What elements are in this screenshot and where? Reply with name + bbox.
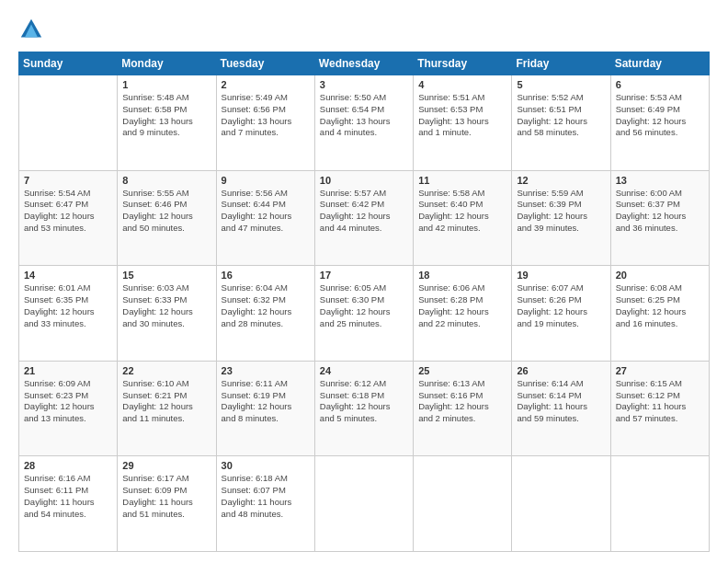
- calendar-cell: 7Sunrise: 5:54 AMSunset: 6:47 PMDaylight…: [19, 170, 118, 266]
- calendar-cell: 25Sunrise: 6:13 AMSunset: 6:16 PMDayligh…: [414, 361, 512, 456]
- calendar-cell: 22Sunrise: 6:10 AMSunset: 6:21 PMDayligh…: [118, 361, 216, 456]
- cell-info: and 4 minutes.: [320, 127, 408, 139]
- cell-info: Sunrise: 6:18 AM: [222, 473, 310, 485]
- day-number: 26: [517, 365, 605, 376]
- cell-info: Sunset: 6:11 PM: [24, 485, 112, 497]
- calendar-cell: 8Sunrise: 5:55 AMSunset: 6:46 PMDaylight…: [118, 170, 216, 266]
- cell-info: Sunset: 6:32 PM: [222, 294, 310, 306]
- cell-info: Sunrise: 6:11 AM: [222, 378, 310, 390]
- calendar-cell: 30Sunrise: 6:18 AMSunset: 6:07 PMDayligh…: [216, 456, 314, 552]
- cell-info: Sunset: 6:07 PM: [222, 485, 310, 497]
- calendar-cell: 4Sunrise: 5:51 AMSunset: 6:53 PMDaylight…: [414, 75, 512, 171]
- day-number: 15: [122, 270, 210, 281]
- calendar-cell: 3Sunrise: 5:50 AMSunset: 6:54 PMDaylight…: [314, 75, 413, 171]
- cell-info: Sunrise: 6:14 AM: [517, 378, 605, 390]
- day-number: 3: [320, 79, 408, 90]
- day-number: 2: [222, 79, 310, 90]
- cell-info: and 50 minutes.: [122, 223, 210, 235]
- page: SundayMondayTuesdayWednesdayThursdayFrid…: [0, 0, 728, 563]
- week-row-5: 28Sunrise: 6:16 AMSunset: 6:11 PMDayligh…: [19, 456, 710, 552]
- cell-info: Sunset: 6:39 PM: [517, 199, 605, 211]
- calendar-cell: 19Sunrise: 6:07 AMSunset: 6:26 PMDayligh…: [512, 266, 610, 362]
- cell-info: Sunset: 6:25 PM: [616, 294, 704, 306]
- header: [18, 17, 710, 42]
- cell-info: Sunset: 6:42 PM: [320, 199, 408, 211]
- cell-info: and 56 minutes.: [616, 127, 704, 139]
- day-number: 14: [24, 270, 112, 281]
- cell-info: Sunset: 6:51 PM: [517, 104, 605, 116]
- day-number: 11: [418, 175, 506, 186]
- day-number: 1: [122, 79, 210, 90]
- cell-info: Sunrise: 5:53 AM: [616, 92, 704, 104]
- calendar-cell: 17Sunrise: 6:05 AMSunset: 6:30 PMDayligh…: [314, 266, 413, 362]
- cell-info: Sunrise: 6:17 AM: [122, 473, 210, 485]
- cell-info: Sunrise: 5:59 AM: [517, 188, 605, 200]
- cell-info: Daylight: 12 hours: [616, 306, 704, 318]
- cell-info: Sunrise: 6:16 AM: [24, 473, 112, 485]
- day-number: 16: [222, 270, 310, 281]
- day-number: 18: [418, 270, 506, 281]
- cell-info: and 39 minutes.: [517, 223, 605, 235]
- cell-info: Sunset: 6:28 PM: [418, 294, 506, 306]
- week-row-4: 21Sunrise: 6:09 AMSunset: 6:23 PMDayligh…: [19, 361, 710, 456]
- cell-info: and 5 minutes.: [320, 413, 408, 425]
- cell-info: Daylight: 11 hours: [122, 497, 210, 509]
- cell-info: Daylight: 11 hours: [517, 401, 605, 413]
- cell-info: and 53 minutes.: [24, 223, 112, 235]
- week-row-2: 7Sunrise: 5:54 AMSunset: 6:47 PMDaylight…: [19, 170, 710, 266]
- cell-info: Daylight: 12 hours: [24, 401, 112, 413]
- calendar-table: SundayMondayTuesdayWednesdayThursdayFrid…: [18, 52, 710, 552]
- calendar-cell: 24Sunrise: 6:12 AMSunset: 6:18 PMDayligh…: [314, 361, 413, 456]
- cell-info: Sunrise: 5:55 AM: [122, 188, 210, 200]
- cell-info: Daylight: 12 hours: [24, 211, 112, 223]
- logo-icon: [18, 17, 44, 42]
- cell-info: and 44 minutes.: [320, 223, 408, 235]
- calendar-cell: 11Sunrise: 5:58 AMSunset: 6:40 PMDayligh…: [414, 170, 512, 266]
- cell-info: Sunset: 6:26 PM: [517, 294, 605, 306]
- cell-info: and 47 minutes.: [222, 223, 310, 235]
- cell-info: and 25 minutes.: [320, 318, 408, 330]
- cell-info: and 9 minutes.: [122, 127, 210, 139]
- calendar-cell: 21Sunrise: 6:09 AMSunset: 6:23 PMDayligh…: [19, 361, 118, 456]
- day-number: 29: [122, 460, 210, 471]
- cell-info: Daylight: 12 hours: [418, 401, 506, 413]
- day-number: 6: [616, 79, 704, 90]
- cell-info: Daylight: 11 hours: [24, 497, 112, 509]
- cell-info: Daylight: 13 hours: [122, 116, 210, 128]
- col-header-wednesday: Wednesday: [314, 52, 413, 75]
- cell-info: Sunrise: 6:05 AM: [320, 282, 408, 294]
- day-number: 27: [616, 365, 704, 376]
- cell-info: Sunset: 6:49 PM: [616, 104, 704, 116]
- cell-info: Daylight: 12 hours: [616, 116, 704, 128]
- cell-info: and 28 minutes.: [222, 318, 310, 330]
- cell-info: and 30 minutes.: [122, 318, 210, 330]
- cell-info: Sunset: 6:35 PM: [24, 294, 112, 306]
- calendar-cell: 1Sunrise: 5:48 AMSunset: 6:58 PMDaylight…: [118, 75, 216, 171]
- day-number: 20: [616, 270, 704, 281]
- calendar-cell: 16Sunrise: 6:04 AMSunset: 6:32 PMDayligh…: [216, 266, 314, 362]
- calendar-cell: 29Sunrise: 6:17 AMSunset: 6:09 PMDayligh…: [118, 456, 216, 552]
- cell-info: Sunrise: 5:52 AM: [517, 92, 605, 104]
- cell-info: Daylight: 12 hours: [517, 116, 605, 128]
- day-number: 7: [24, 175, 112, 186]
- day-number: 25: [418, 365, 506, 376]
- cell-info: Sunset: 6:46 PM: [122, 199, 210, 211]
- calendar-cell: 23Sunrise: 6:11 AMSunset: 6:19 PMDayligh…: [216, 361, 314, 456]
- cell-info: Sunset: 6:12 PM: [616, 390, 704, 402]
- cell-info: Daylight: 12 hours: [616, 211, 704, 223]
- cell-info: Daylight: 11 hours: [222, 497, 310, 509]
- cell-info: Sunrise: 5:50 AM: [320, 92, 408, 104]
- day-number: 5: [517, 79, 605, 90]
- cell-info: and 59 minutes.: [517, 413, 605, 425]
- cell-info: Daylight: 11 hours: [616, 401, 704, 413]
- col-header-monday: Monday: [118, 52, 216, 75]
- cell-info: Sunrise: 6:04 AM: [222, 282, 310, 294]
- cell-info: Sunset: 6:14 PM: [517, 390, 605, 402]
- cell-info: Sunset: 6:54 PM: [320, 104, 408, 116]
- cell-info: Sunset: 6:21 PM: [122, 390, 210, 402]
- week-row-3: 14Sunrise: 6:01 AMSunset: 6:35 PMDayligh…: [19, 266, 710, 362]
- calendar-cell: 15Sunrise: 6:03 AMSunset: 6:33 PMDayligh…: [118, 266, 216, 362]
- cell-info: Sunrise: 5:56 AM: [222, 188, 310, 200]
- calendar-cell: 14Sunrise: 6:01 AMSunset: 6:35 PMDayligh…: [19, 266, 118, 362]
- cell-info: and 42 minutes.: [418, 223, 506, 235]
